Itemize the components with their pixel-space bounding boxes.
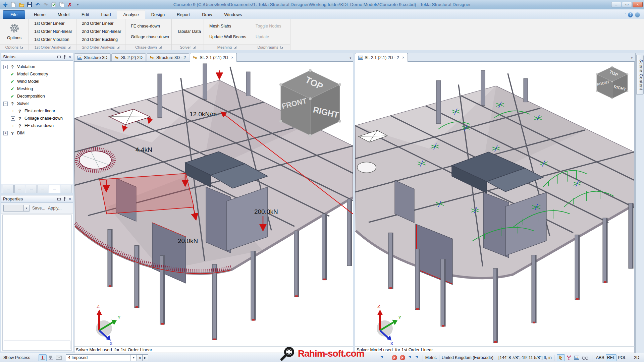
copy-button[interactable] xyxy=(58,1,65,8)
close-tab-icon[interactable]: × xyxy=(402,55,405,60)
error-icon[interactable]: × xyxy=(400,355,405,360)
update-button[interactable]: Update xyxy=(250,34,290,40)
left-3d-viewport[interactable]: 12.0kN/m 4.4kN 200.0kN 20.0kN TOP FRONT … xyxy=(74,62,353,346)
help-status-icon[interactable]: ? xyxy=(409,355,412,360)
tab-edit[interactable]: Edit xyxy=(75,10,95,19)
tab-load[interactable]: Load xyxy=(95,10,117,19)
tab-st-2-2d[interactable]: St. 2 (2) 2D xyxy=(111,53,146,61)
tree-item-bim[interactable]: +?BIM xyxy=(3,129,72,137)
tab-draw[interactable]: Draw xyxy=(196,10,218,19)
pin-icon[interactable] xyxy=(63,197,66,201)
grillage-chase-down-button[interactable]: Grillage chase-down xyxy=(125,34,171,40)
mesh-slabs-button[interactable]: Mesh Slabs xyxy=(204,23,250,29)
tab-list-dropdown-icon[interactable]: ▾ xyxy=(350,56,351,60)
tree-item-decomposition[interactable]: ✓Decomposition xyxy=(3,93,72,100)
panel-tab[interactable]: ... xyxy=(38,185,49,193)
options-button[interactable]: Options xyxy=(7,36,21,40)
second-order-nonlinear-button[interactable]: 2nd Order Non-linear xyxy=(76,28,125,35)
loadcase-combo[interactable]: 4 Imposed ▾ xyxy=(66,354,137,361)
second-order-buckling-button[interactable]: 2nd Order Buckling xyxy=(76,36,125,43)
error-icon[interactable]: × xyxy=(392,355,397,360)
select-cursor-icon[interactable] xyxy=(557,354,565,361)
panel-tab[interactable]: ... xyxy=(26,185,37,193)
tabular-data-button[interactable]: Tabular Data xyxy=(172,28,204,35)
tab-structure-3d[interactable]: Structure 3D xyxy=(74,53,111,61)
tree-item-meshing[interactable]: ✓Meshing xyxy=(3,85,72,93)
float-panel-icon[interactable] xyxy=(57,198,61,200)
panel-tab-active[interactable]: ... xyxy=(49,185,60,193)
scene-content-tab[interactable]: Scene Content xyxy=(636,55,644,95)
render-view-icon[interactable] xyxy=(573,354,581,361)
chevron-down-icon[interactable]: ▾ xyxy=(23,205,29,211)
prev-loadcase-button[interactable]: ◀ xyxy=(137,354,143,361)
abs-coords-button[interactable]: ABS xyxy=(595,354,606,361)
properties-combo[interactable]: ▾ xyxy=(3,205,30,212)
minimize-ribbon-icon[interactable]: ˆ xyxy=(625,13,626,17)
envelope-icon[interactable] xyxy=(55,354,63,361)
chevron-down-icon[interactable]: ▾ xyxy=(130,355,137,361)
dialog-launcher-icon[interactable] xyxy=(193,46,196,49)
restore-button[interactable]: ▭ xyxy=(622,2,632,7)
new-file-button[interactable] xyxy=(10,1,17,8)
info-icon[interactable] xyxy=(635,12,640,17)
node-tool-icon[interactable] xyxy=(565,354,573,361)
undo-button[interactable]: ↶ xyxy=(34,1,41,8)
tab-windows[interactable]: Windows xyxy=(218,10,248,19)
right-3d-viewport[interactable]: TOP FRONT RIGHT Z Y X xyxy=(355,62,635,346)
help-status-icon[interactable]: ? xyxy=(380,355,383,360)
rel-coords-button[interactable]: REL xyxy=(606,354,616,361)
fe-chase-down-button[interactable]: FE chase-down xyxy=(125,23,171,29)
design-code-indicator[interactable]: United Kingdom (Eurocode) xyxy=(442,355,493,360)
close-button[interactable]: × xyxy=(633,2,643,7)
open-file-button[interactable] xyxy=(18,1,25,8)
save-button[interactable] xyxy=(26,1,33,8)
tab-design[interactable]: Design xyxy=(145,10,171,19)
glasses-icon[interactable] xyxy=(581,354,590,361)
second-order-linear-button[interactable]: 2nd Order Linear xyxy=(76,20,125,27)
apply-properties-button[interactable]: Apply... xyxy=(48,206,62,210)
pol-coords-button[interactable]: POL xyxy=(616,354,628,361)
next-loadcase-button[interactable]: ▶ xyxy=(143,354,148,361)
redo-button[interactable]: ↷ xyxy=(42,1,49,8)
toggle-nodes-button[interactable]: Toggle Nodes xyxy=(250,23,290,29)
tree-item-wind-model[interactable]: ✓Wind Model xyxy=(3,78,72,85)
close-panel-icon[interactable]: × xyxy=(68,54,71,59)
panel-tab[interactable]: ... xyxy=(61,185,72,193)
quick-access-overflow-icon[interactable]: ▾ xyxy=(74,1,82,8)
tree-item-solver[interactable]: −?Solver xyxy=(3,100,72,107)
float-panel-icon[interactable] xyxy=(57,56,61,58)
dialog-launcher-icon[interactable] xyxy=(20,46,23,49)
dialog-launcher-icon[interactable] xyxy=(117,46,119,49)
help-status-icon[interactable]: ? xyxy=(415,355,418,360)
first-order-linear-button[interactable]: 1st Order Linear xyxy=(29,20,76,27)
dialog-launcher-icon[interactable] xyxy=(280,46,283,49)
show-loads-icon[interactable] xyxy=(39,354,47,361)
show-supports-icon[interactable] xyxy=(47,354,55,361)
dialog-launcher-icon[interactable] xyxy=(68,46,70,49)
tab-analyse[interactable]: Analyse xyxy=(117,10,145,19)
tab-home[interactable]: Home xyxy=(28,10,52,19)
tree-item-fe-chase-down[interactable]: +?FE chase-down xyxy=(3,122,72,129)
save-properties-button[interactable]: Save... xyxy=(32,206,45,210)
close-tab-icon[interactable]: × xyxy=(231,55,233,60)
show-process-button[interactable]: Show Process xyxy=(2,355,34,360)
pin-icon[interactable] xyxy=(63,55,66,59)
panel-tab[interactable]: ... xyxy=(14,185,25,193)
tab-structure-3d-2[interactable]: Structure 3D - 2 xyxy=(147,53,189,61)
tree-item-first-order-linear[interactable]: +?First-order linear xyxy=(3,107,72,115)
tree-item-validation[interactable]: +?Validation xyxy=(3,63,72,70)
tree-item-grillage-chase-down[interactable]: +?Grillage chase-down xyxy=(3,115,72,122)
units-indicator[interactable]: Metric xyxy=(425,355,437,360)
tree-item-model-geometry[interactable]: ✓Model Geometry xyxy=(3,70,72,78)
first-order-nonlinear-button[interactable]: 1st Order Non-linear xyxy=(29,28,76,35)
tab-st-2-1-2d[interactable]: St. 2.1 (2.1) 2D × xyxy=(190,53,237,62)
tab-st-2-1-2d-2[interactable]: St. 2.1 (2.1) 2D - 2 × xyxy=(355,53,408,62)
tab-model[interactable]: Model xyxy=(52,10,75,19)
2d-mode-button[interactable]: 2D xyxy=(633,354,641,361)
first-order-vibration-button[interactable]: 1st Order Vibration xyxy=(29,36,76,43)
delete-button[interactable]: ✗ xyxy=(66,1,73,8)
tab-list-dropdown-icon[interactable]: ▾ xyxy=(631,56,633,60)
tab-file[interactable]: File xyxy=(3,10,25,19)
close-panel-icon[interactable]: × xyxy=(68,196,71,201)
panel-tab[interactable]: ... xyxy=(3,185,14,193)
